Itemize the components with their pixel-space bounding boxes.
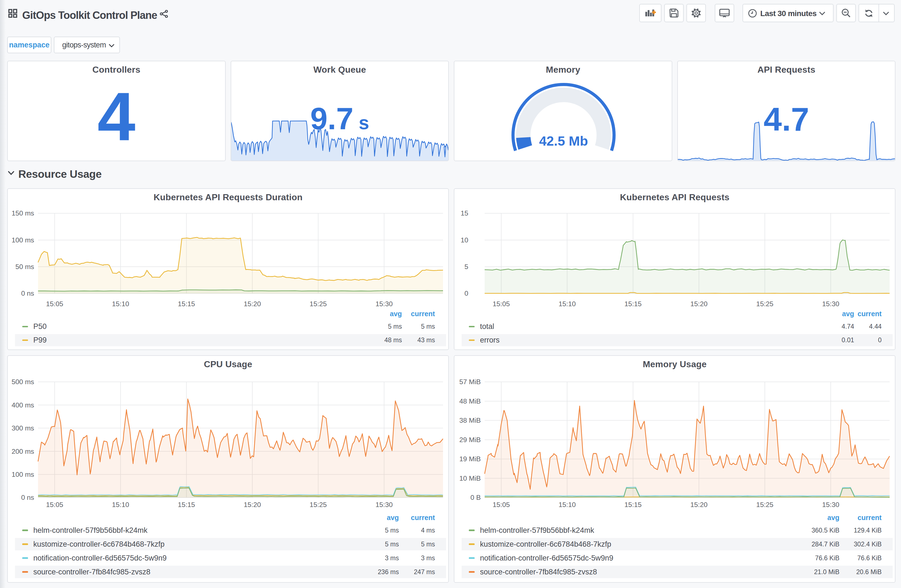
svg-text:15:30: 15:30	[376, 300, 393, 308]
svg-text:15:05: 15:05	[46, 300, 63, 308]
svg-text:15:20: 15:20	[690, 300, 708, 308]
svg-text:0 B: 0 B	[471, 494, 481, 501]
svg-text:100 ms: 100 ms	[12, 471, 34, 478]
svg-text:0: 0	[465, 289, 468, 297]
svg-text:400 ms: 400 ms	[12, 401, 34, 409]
svg-text:15:05: 15:05	[46, 501, 63, 509]
svg-text:15:10: 15:10	[112, 300, 129, 308]
svg-text:57 MiB: 57 MiB	[459, 378, 481, 386]
svg-text:10: 10	[461, 236, 469, 244]
svg-text:15:10: 15:10	[112, 501, 129, 509]
svg-text:500 ms: 500 ms	[12, 378, 34, 386]
svg-text:15:15: 15:15	[178, 300, 195, 308]
svg-text:15:25: 15:25	[756, 300, 773, 308]
svg-text:15:15: 15:15	[178, 501, 195, 509]
svg-text:15:25: 15:25	[310, 501, 327, 509]
svg-text:29 MiB: 29 MiB	[459, 436, 481, 443]
svg-text:300 ms: 300 ms	[12, 425, 34, 432]
svg-text:15:20: 15:20	[690, 501, 708, 509]
svg-text:15:10: 15:10	[558, 501, 576, 509]
svg-text:42.5 Mb: 42.5 Mb	[539, 134, 588, 148]
svg-text:15:20: 15:20	[244, 300, 261, 308]
svg-text:15:30: 15:30	[822, 300, 839, 308]
svg-text:15:15: 15:15	[625, 300, 642, 308]
svg-text:15: 15	[461, 209, 469, 217]
svg-text:15:30: 15:30	[376, 501, 393, 509]
svg-text:48 MiB: 48 MiB	[459, 397, 481, 405]
svg-text:150 ms: 150 ms	[12, 209, 34, 217]
svg-text:15:25: 15:25	[310, 300, 327, 308]
svg-text:15:15: 15:15	[625, 501, 642, 509]
svg-text:15:05: 15:05	[493, 300, 510, 308]
svg-text:5: 5	[465, 263, 468, 271]
svg-text:15:20: 15:20	[244, 501, 261, 509]
svg-text:38 MiB: 38 MiB	[459, 417, 481, 424]
svg-text:19 MiB: 19 MiB	[459, 455, 481, 463]
svg-text:15:10: 15:10	[558, 300, 576, 308]
svg-text:200 ms: 200 ms	[12, 448, 34, 455]
svg-text:0 ns: 0 ns	[21, 289, 34, 297]
svg-text:50 ms: 50 ms	[15, 263, 34, 271]
svg-text:100 ms: 100 ms	[12, 236, 34, 244]
svg-text:15:25: 15:25	[756, 501, 773, 509]
svg-text:0 ns: 0 ns	[21, 494, 34, 501]
svg-text:15:05: 15:05	[493, 501, 510, 509]
svg-text:10 MiB: 10 MiB	[459, 474, 481, 482]
svg-text:15:30: 15:30	[822, 501, 839, 509]
